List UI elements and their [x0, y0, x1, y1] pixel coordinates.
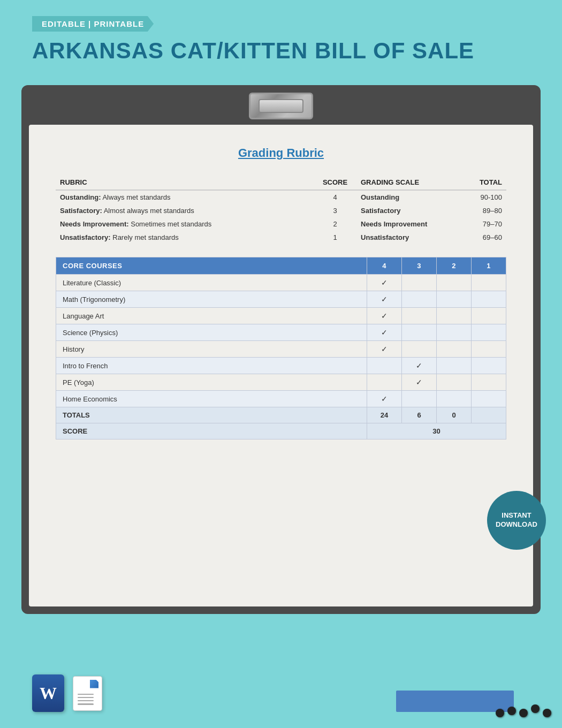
rubric-label-bold: Satisfactory:: [60, 207, 102, 215]
courses-col-1: 1: [472, 257, 506, 275]
course-name: Intro to French: [56, 358, 367, 374]
rubric-row-total: 89–80: [464, 204, 506, 217]
rubric-row-total: 79–70: [464, 217, 506, 231]
course-col1: [472, 308, 506, 324]
course-row: Science (Physics) ✓: [56, 324, 506, 341]
course-col2: [437, 308, 472, 324]
rubric-row-label: Satisfactory: Almost always met standard…: [56, 204, 314, 217]
courses-col-3: 3: [402, 257, 437, 275]
pushpin-3: [519, 709, 528, 717]
course-col1: [472, 391, 506, 407]
gdoc-line-1: [78, 694, 94, 695]
rubric-label-rest: Rarely met standards: [111, 233, 179, 241]
rubric-label-bold: Needs Improvement:: [60, 220, 129, 228]
rubric-row-scale: Unsatisfactory: [356, 231, 464, 244]
totals-col3: 6: [402, 407, 437, 423]
pushpin-1: [496, 709, 504, 717]
course-col1: [472, 374, 506, 391]
totals-col4: 24: [367, 407, 402, 423]
total-col-header: TOTAL: [464, 175, 506, 190]
gdoc-line-4: [78, 703, 94, 704]
rubric-row-scale: Satisfactory: [356, 204, 464, 217]
rubric-row-label: Oustanding: Always met standards: [56, 190, 314, 204]
course-col4: ✓: [367, 275, 402, 291]
totals-col2: 0: [437, 407, 472, 423]
clipboard: Grading Rubric RUBRIC SCORE GRADING SCAL…: [21, 85, 541, 614]
rubric-row-scale: Oustanding: [356, 190, 464, 204]
courses-col-4: 4: [367, 257, 402, 275]
rubric-row-label: Needs Improvement: Sometimes met standar…: [56, 217, 314, 231]
course-col4: [367, 358, 402, 374]
course-row: Language Art ✓: [56, 308, 506, 324]
course-col1: [472, 324, 506, 341]
rubric-row-score: 3: [314, 204, 356, 217]
rubric-label-rest: Sometimes met standards: [129, 220, 212, 228]
rubric-row-scale: Needs Improvement: [356, 217, 464, 231]
totals-row: TOTALS 24 6 0: [56, 407, 506, 423]
main-title: ARKANSAS CAT/KITTEN BILL OF SALE: [32, 38, 530, 64]
rubric-row-label: Unsatisfactory: Rarely met standards: [56, 231, 314, 244]
course-col4: ✓: [367, 341, 402, 358]
rubric-row: Unsatisfactory: Rarely met standards 1 U…: [56, 231, 506, 244]
course-col2: [437, 391, 472, 407]
course-col1: [472, 275, 506, 291]
course-col2: [437, 374, 472, 391]
instant-download-badge[interactable]: INSTANT DOWNLOAD: [487, 491, 546, 550]
rubric-label-rest: Always met standards: [101, 193, 171, 201]
rubric-row-total: 90-100: [464, 190, 506, 204]
course-col3: [402, 324, 437, 341]
scale-col-header: GRADING SCALE: [356, 175, 464, 190]
gdoc-line-3: [78, 700, 94, 701]
course-col4: ✓: [367, 291, 402, 308]
badge-line2: DOWNLOAD: [496, 520, 537, 529]
rubric-label-bold: Unsatisfactory:: [60, 233, 111, 241]
rubric-row-score: 4: [314, 190, 356, 204]
courses-header-row: CORE COURSES 4 3 2 1: [56, 257, 506, 275]
gdoc-line-2: [78, 697, 94, 698]
course-col2: [437, 341, 472, 358]
rubric-row-score: 1: [314, 231, 356, 244]
course-row: Literature (Classic) ✓: [56, 275, 506, 291]
course-col3: ✓: [402, 358, 437, 374]
course-row: Math (Trigonometry) ✓: [56, 291, 506, 308]
rubric-row: Satisfactory: Almost always met standard…: [56, 204, 506, 217]
course-col3: [402, 308, 437, 324]
course-row: Intro to French ✓: [56, 358, 506, 374]
rubric-row-total: 69–60: [464, 231, 506, 244]
editable-badge: EDITABLE | PRINTABLE: [32, 16, 154, 32]
course-col4: [367, 374, 402, 391]
totals-col1: [472, 407, 506, 423]
course-col1: [472, 358, 506, 374]
rubric-row-score: 2: [314, 217, 356, 231]
course-col3: [402, 341, 437, 358]
clipboard-paper: Grading Rubric RUBRIC SCORE GRADING SCAL…: [29, 125, 533, 606]
badge-line1: INSTANT: [502, 511, 531, 520]
rubric-row: Needs Improvement: Sometimes met standar…: [56, 217, 506, 231]
rubric-col-header: RUBRIC: [56, 175, 314, 190]
course-col3: [402, 275, 437, 291]
course-col2: [437, 291, 472, 308]
pushpin-5: [543, 709, 551, 717]
score-row: SCORE 30: [56, 423, 506, 439]
word-icon: W: [32, 674, 64, 712]
course-name: History: [56, 341, 367, 358]
courses-col-name: CORE COURSES: [56, 257, 367, 275]
score-value: 30: [367, 423, 506, 439]
course-col1: [472, 291, 506, 308]
course-row: PE (Yoga) ✓: [56, 374, 506, 391]
google-docs-icon: [73, 676, 102, 711]
pushpins-area: [496, 704, 551, 717]
course-col2: [437, 275, 472, 291]
course-col3: [402, 391, 437, 407]
rubric-label-bold: Oustanding:: [60, 193, 101, 201]
pushpin-4: [531, 704, 540, 713]
rubric-row: Oustanding: Always met standards 4 Ousta…: [56, 190, 506, 204]
course-col4: ✓: [367, 324, 402, 341]
course-name: Language Art: [56, 308, 367, 324]
courses-col-2: 2: [437, 257, 472, 275]
score-col-header: SCORE: [314, 175, 356, 190]
rubric-definition-table: RUBRIC SCORE GRADING SCALE TOTAL Oustand…: [56, 175, 506, 244]
course-col1: [472, 341, 506, 358]
course-name: Literature (Classic): [56, 275, 367, 291]
clipboard-clip: [249, 93, 313, 119]
